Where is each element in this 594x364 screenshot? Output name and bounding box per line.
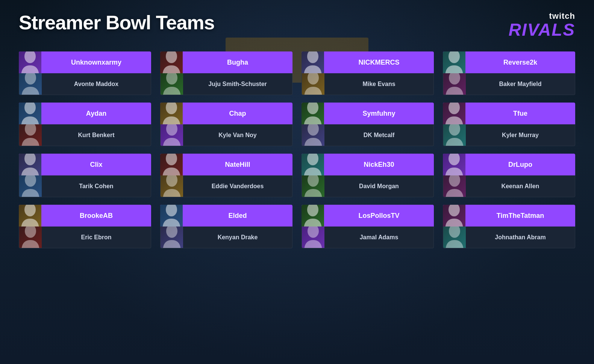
- svg-point-23: [449, 175, 460, 187]
- team-card: BrookeAB Eric Ebron: [19, 205, 151, 248]
- streamer-avatar: [19, 205, 41, 227]
- svg-point-9: [25, 124, 36, 136]
- streamer-name: DrLupo: [465, 161, 575, 169]
- streamer-avatar: [19, 103, 41, 124]
- rivals-wordmark: RIVALS: [509, 21, 575, 38]
- svg-point-8: [24, 103, 36, 114]
- athlete-avatar: [19, 175, 42, 197]
- team-card: Elded Kenyan Drake: [160, 205, 292, 248]
- athlete-avatar: [19, 73, 42, 95]
- page-title: Streamer Bowl Teams: [19, 11, 214, 34]
- athlete-row: Eric Ebron: [19, 227, 151, 248]
- athlete-avatar: [302, 73, 324, 95]
- svg-point-13: [308, 124, 319, 136]
- streamer-name: BrookeAB: [41, 212, 151, 220]
- athlete-avatar: [19, 227, 42, 248]
- page-header: Streamer Bowl Teams twitch RIVALS: [19, 11, 575, 38]
- streamer-avatar: [302, 205, 324, 227]
- team-card: Reverse2k Baker Mayfield: [443, 51, 575, 95]
- svg-point-19: [166, 175, 177, 187]
- team-card: Bugha Juju Smith-Schuster: [160, 51, 292, 95]
- svg-point-5: [308, 73, 319, 85]
- streamer-row: Bugha: [160, 51, 292, 73]
- streamer-row: NateHill: [160, 154, 292, 175]
- athlete-row: DK Metcalf: [302, 124, 434, 146]
- svg-point-12: [307, 103, 318, 114]
- svg-point-1: [25, 73, 36, 85]
- streamer-name: Tfue: [465, 110, 575, 118]
- athlete-name: Kurt Benkert: [42, 132, 151, 139]
- streamer-row: NICKMERCS: [302, 51, 434, 73]
- athlete-name: Keenan Allen: [466, 183, 575, 190]
- svg-point-31: [449, 227, 460, 238]
- streamer-name: Clix: [41, 161, 151, 169]
- svg-point-15: [449, 124, 460, 136]
- streamer-row: LosPollosTV: [302, 205, 434, 227]
- streamer-name: LosPollosTV: [324, 212, 434, 220]
- streamer-row: DrLupo: [443, 154, 575, 175]
- streamer-avatar: [160, 51, 183, 73]
- svg-point-3: [166, 73, 177, 85]
- streamer-row: Chap: [160, 103, 292, 124]
- athlete-name: Eric Ebron: [42, 234, 151, 241]
- athlete-name: Jamal Adams: [324, 234, 433, 241]
- athlete-row: Kyle Van Noy: [160, 124, 292, 146]
- team-card: Chap Kyle Van Noy: [160, 103, 292, 146]
- svg-point-17: [25, 175, 36, 187]
- streamer-name: Symfuhny: [324, 110, 434, 118]
- svg-point-2: [166, 51, 177, 63]
- athlete-avatar: [443, 175, 466, 197]
- athlete-name: Mike Evans: [324, 81, 433, 88]
- svg-point-24: [24, 205, 36, 216]
- athlete-row: Juju Smith-Schuster: [160, 73, 292, 95]
- streamer-avatar: [302, 154, 324, 175]
- team-card: LosPollosTV Jamal Adams: [302, 205, 434, 248]
- svg-point-27: [166, 227, 177, 238]
- svg-point-11: [166, 124, 177, 136]
- svg-point-10: [166, 103, 177, 114]
- streamer-row: Tfue: [443, 103, 575, 124]
- athlete-name: Eddie Vanderdoes: [183, 183, 292, 190]
- athlete-avatar: [161, 124, 183, 146]
- streamer-avatar: [19, 154, 41, 175]
- athlete-name: Kenyan Drake: [183, 234, 292, 241]
- athlete-avatar: [443, 124, 466, 146]
- svg-point-29: [308, 227, 319, 238]
- athlete-name: David Morgan: [324, 183, 433, 190]
- streamer-avatar: [160, 103, 183, 124]
- twitch-rivals-logo: twitch RIVALS: [509, 11, 575, 38]
- svg-point-14: [449, 103, 460, 114]
- streamer-name: Unknownxarmy: [41, 59, 151, 66]
- streamer-row: Symfuhny: [302, 103, 434, 124]
- streamer-name: Chap: [183, 110, 292, 118]
- athlete-row: Eddie Vanderdoes: [160, 175, 292, 197]
- streamer-avatar: [443, 103, 465, 124]
- athlete-row: Kenyan Drake: [160, 227, 292, 248]
- streamer-name: Bugha: [183, 59, 292, 66]
- team-card: NickEh30 David Morgan: [302, 154, 434, 197]
- athlete-row: David Morgan: [302, 175, 434, 197]
- svg-point-30: [449, 205, 460, 216]
- streamer-row: NickEh30: [302, 154, 434, 175]
- athlete-avatar: [161, 175, 183, 197]
- team-card: NateHill Eddie Vanderdoes: [160, 154, 292, 197]
- athlete-name: Tarik Cohen: [42, 183, 151, 190]
- athlete-row: Tarik Cohen: [19, 175, 151, 197]
- streamer-row: Reverse2k: [443, 51, 575, 73]
- streamer-name: Reverse2k: [465, 59, 575, 66]
- streamer-avatar: [160, 205, 183, 227]
- team-card: Unknownxarmy Avonte Maddox: [19, 51, 151, 95]
- streamer-name: TimTheTatman: [465, 212, 575, 220]
- athlete-name: Kyle Van Noy: [183, 132, 292, 139]
- team-card: Symfuhny DK Metcalf: [302, 103, 434, 146]
- streamer-name: Elded: [183, 212, 292, 220]
- streamer-row: Clix: [19, 154, 151, 175]
- athlete-avatar: [19, 124, 42, 146]
- svg-point-20: [307, 154, 318, 165]
- athlete-row: Avonte Maddox: [19, 73, 151, 95]
- streamer-name: NateHill: [183, 161, 292, 169]
- streamer-row: Aydan: [19, 103, 151, 124]
- streamer-avatar: [302, 103, 324, 124]
- athlete-avatar: [443, 73, 466, 95]
- athlete-name: DK Metcalf: [324, 132, 433, 139]
